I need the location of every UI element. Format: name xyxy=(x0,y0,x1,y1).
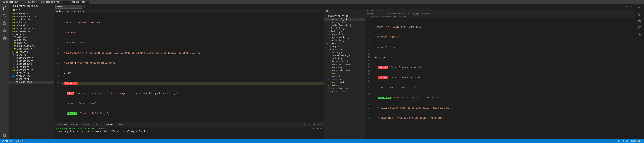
tab-welcome[interactable]: ⊕ Welcome × xyxy=(24,0,39,4)
sidebar-item-postcssrc[interactable]: JS .postcssrc.js xyxy=(9,69,54,72)
right-sidebar-item-app-vue[interactable]: V App.vue xyxy=(324,45,365,48)
tab-settings-js[interactable]: JS settings.js × xyxy=(2,0,23,4)
maximize-icon[interactable]: ⊡ xyxy=(318,123,320,126)
right-sidebar-item-views[interactable]: ▶ 📁 views xyxy=(324,42,365,45)
sidebar-item-permission[interactable]: JS permission.js xyxy=(9,45,54,48)
sidebar-item-fileutil[interactable]: JS fileUtil.js xyxy=(9,18,54,21)
tab-close-icon[interactable]: × xyxy=(60,1,61,3)
status-line-ending[interactable]: LF xyxy=(626,140,628,142)
right-sidebar-title[interactable]: ▾ FULLYAUTO-FRONT xyxy=(324,14,365,18)
terminal-tab-terminal[interactable]: TERMINAL xyxy=(102,123,115,126)
right-sidebar-item-env-test[interactable]: E env.test xyxy=(324,72,365,75)
left-code-editor[interactable]: 12345 678910 1112131415 1617181920 2122 … xyxy=(54,14,324,122)
right-sidebar-item-request[interactable]: JS request.js xyxy=(324,33,365,36)
right-sidebar-item-env-dev[interactable]: E env.development xyxy=(324,63,365,66)
right-sidebar-item-customconsole[interactable]: JS customConsole.js xyxy=(324,24,365,27)
regex-icon[interactable]: .* xyxy=(78,6,81,8)
right-code-editor[interactable]: 12345 678910 1112131415 1617181920 21222… xyxy=(365,18,635,139)
tab-close-icon[interactable]: × xyxy=(20,1,22,3)
sidebar-item-sqlformatter[interactable]: JS sqlFormatter.js xyxy=(9,27,54,30)
right-sidebar-item-permission[interactable]: JS permission.js xyxy=(324,54,365,57)
status-notifications[interactable]: 🔔 0 xyxy=(638,140,642,142)
status-language[interactable]: JSON xyxy=(631,140,636,142)
sidebar-item-travis[interactable]: Y .travis.yml xyxy=(9,72,54,75)
right-sidebar-item-package-json-2[interactable]: {} package.json xyxy=(324,90,365,93)
status-git-branch[interactable]: ⎇ master* xyxy=(2,140,13,142)
collapse-icon[interactable]: ⊖ xyxy=(19,8,20,12)
sidebar-item-bpm-css[interactable]: ◙ bpm.css xyxy=(9,39,54,42)
close-search-icon[interactable]: × xyxy=(632,6,634,8)
sidebar-item-static[interactable]: ▶ 📁 static xyxy=(9,51,54,54)
new-folder-icon[interactable]: 🗀 xyxy=(13,8,15,12)
right-sidebar-item-bpm-css[interactable]: ◙ bpm.css xyxy=(324,48,365,51)
sidebar-item-validate[interactable]: JS validate.js xyxy=(9,30,54,33)
magnify-icon[interactable]: 🔍 xyxy=(326,10,329,13)
sidebar-item-settings-js[interactable]: JS settings.js xyxy=(9,48,54,51)
activity-debug[interactable] xyxy=(1,27,8,34)
sidebar-item-request-js[interactable]: JS request.js xyxy=(9,24,54,27)
right-sidebar-item-env-dingtai[interactable]: E env.dingtai xyxy=(324,66,365,69)
sidebar-item-index-js[interactable]: JS index.js xyxy=(9,21,54,24)
sidebar-item-index-html[interactable]: H index.html xyxy=(9,78,54,81)
tab-package-json[interactable]: { } ● package.json × xyxy=(63,0,89,4)
sidebar-item-customconsole[interactable]: JS customConsole.js xyxy=(9,15,54,18)
split-editor-icon[interactable]: ⊞ xyxy=(629,5,630,8)
sidebar-item-babelrc[interactable]: B .babelrc xyxy=(9,54,54,57)
right-sidebar-item-index[interactable]: JS index.js xyxy=(324,30,365,33)
right-sidebar-item-env-uat[interactable]: E env.uat xyxy=(324,75,365,78)
down-arrow-icon[interactable]: ▼ xyxy=(626,6,628,8)
right-sidebar-item-validate[interactable]: JS validate.js xyxy=(324,39,365,42)
sidebar-item-app-vue[interactable]: V App.vue xyxy=(9,36,54,39)
activity-settings[interactable] xyxy=(1,132,8,139)
close-terminal-icon[interactable]: × xyxy=(321,123,322,126)
right-sidebar-item-env-prod[interactable]: E env.production xyxy=(324,69,365,72)
right-sidebar-item-codiga[interactable]: Y codiga.yml xyxy=(324,84,365,87)
tab-settings-sync[interactable]: ⟳ Settings Sync × xyxy=(39,0,63,4)
timeline-icon[interactable] xyxy=(635,11,644,18)
right-sidebar-item-fileutil[interactable]: JS fileUtil.js xyxy=(324,27,365,30)
tab-close-icon[interactable]: × xyxy=(36,1,38,3)
right-sidebar-item-vue-config[interactable]: JS vue.config.js xyxy=(324,18,365,21)
sidebar-item-eslintignore[interactable]: ● .eslintignore xyxy=(9,60,54,63)
notifications-icon[interactable] xyxy=(635,31,644,38)
right-sidebar-item-babel-config[interactable]: B babel.config.js xyxy=(324,81,365,84)
activity-search[interactable] xyxy=(1,12,8,19)
sidebar-item-main-js[interactable]: JS main.js xyxy=(9,42,54,45)
right-sidebar-item-eslintrc[interactable]: ● eslintrc.js xyxy=(324,78,365,81)
status-errors[interactable]: ✕ 0 ⚠ 0 xyxy=(16,140,23,142)
terminal-tab-output[interactable]: OUTPUT xyxy=(70,123,80,126)
right-sidebar-item-jsconfig[interactable]: {} jsconfig.json xyxy=(324,87,365,90)
tab-close-icon[interactable]: × xyxy=(86,1,87,3)
activity-git[interactable] xyxy=(1,20,8,26)
status-encoding[interactable]: UTF-8 xyxy=(618,140,624,142)
search-input[interactable] xyxy=(57,6,72,8)
right-sidebar-item-settings[interactable]: JS settings.js xyxy=(324,57,365,60)
outline-icon[interactable] xyxy=(635,4,644,11)
up-arrow-icon[interactable]: ▲ xyxy=(624,6,625,8)
sidebar-title[interactable]: ▾ FULLYAUTO-FRONT-DEV xyxy=(9,4,54,8)
sidebar-item-gitignore[interactable]: ◉ .gitignore xyxy=(9,66,54,69)
sidebar-item-views[interactable]: ▶ 📁 views xyxy=(9,33,54,36)
terminal-tab-problems[interactable]: PROBLEMS xyxy=(56,123,68,126)
terminal-tab-ports[interactable]: PORTS xyxy=(116,123,126,126)
sidebar-item-package-json[interactable]: {} package.json xyxy=(9,81,54,84)
sidebar-item-eslintrc[interactable]: ● .eslintrc.js xyxy=(9,63,54,66)
right-sidebar-item-main-js[interactable]: JS main.js xyxy=(324,51,365,54)
activity-extensions[interactable] xyxy=(1,35,8,42)
references-icon[interactable] xyxy=(635,24,644,31)
sidebar-item-common-js[interactable]: JS common.js xyxy=(9,12,54,15)
whole-word-icon[interactable]: ab xyxy=(76,6,78,8)
activity-explorer[interactable] xyxy=(1,5,8,12)
down-icon[interactable]: ▼ xyxy=(309,123,310,126)
search-bar[interactable]: Aa ab .* xyxy=(56,5,82,8)
right-sidebar-item-sqlformatter[interactable]: JS sqlFormatter.js xyxy=(324,36,365,39)
gitlens-icon[interactable] xyxy=(635,18,644,24)
right-sidebar-item-package-json[interactable]: {} package.json xyxy=(324,21,365,24)
refresh-icon[interactable]: ⟳ xyxy=(16,8,18,12)
case-sensitive-icon[interactable]: Aa xyxy=(72,6,75,8)
sidebar-item-editorconfig[interactable]: ⚙ .editorconfig xyxy=(9,57,54,60)
terminal-tab-debug[interactable]: DEBUG CONSOLE xyxy=(82,123,101,126)
sidebar-item-favicon[interactable]: 🌐 favicon.ico xyxy=(9,75,54,78)
new-file-icon[interactable]: + xyxy=(10,8,12,12)
right-sidebar-item-browserslitrc[interactable]: ≡ .browserslistrc xyxy=(324,60,365,63)
